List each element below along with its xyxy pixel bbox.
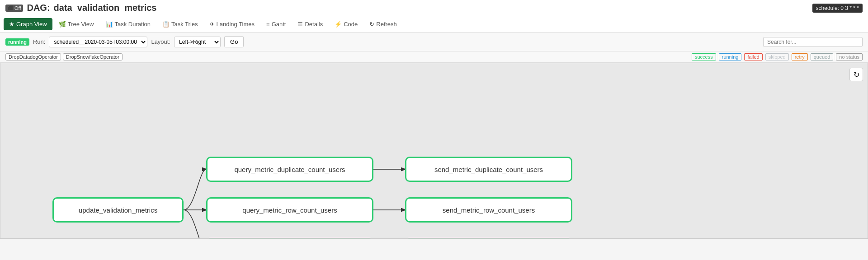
node-label: send_metric_row_count_users bbox=[443, 206, 535, 214]
node-label: send_metric_duplicate_count_users bbox=[434, 166, 543, 173]
operator-tag-0[interactable]: DropDatadogOperator bbox=[5, 53, 61, 60]
tab-code[interactable]: ⚡ Code bbox=[329, 18, 363, 30]
go-button[interactable]: Go bbox=[224, 36, 244, 47]
node-send-row-count-users[interactable]: send_metric_row_count_users bbox=[405, 197, 572, 223]
legend-failed: failed bbox=[744, 53, 762, 60]
layout-label: Layout: bbox=[151, 38, 170, 45]
operator-row: DropDatadogOperator DropSnowflakeOperato… bbox=[0, 51, 868, 63]
tab-graph-view[interactable]: ★ Graph View bbox=[4, 18, 52, 30]
bar-chart-icon: 📊 bbox=[106, 21, 113, 28]
dag-canvas: ↻ update_validation_metrics query_metric… bbox=[0, 63, 868, 239]
dag-title: data_validation_metrics bbox=[54, 3, 157, 13]
node-label: query_metric_duplicate_count_users bbox=[234, 166, 345, 173]
details-icon: ☰ bbox=[297, 21, 303, 28]
legend-retry: retry bbox=[792, 53, 808, 60]
code-icon: ⚡ bbox=[335, 21, 342, 28]
legend: success running failed skipped retry que… bbox=[692, 53, 863, 60]
dag-toggle-badge[interactable]: ⬛ Off bbox=[5, 5, 23, 12]
refresh-icon: ↻ bbox=[369, 21, 374, 28]
node-label: query_metric_row_count_users bbox=[242, 206, 337, 214]
node-label: update_validation_metrics bbox=[79, 206, 157, 214]
canvas-refresh-button[interactable]: ↻ bbox=[849, 68, 863, 81]
top-bar: ⬛ Off DAG: data_validation_metrics sched… bbox=[0, 0, 868, 16]
legend-nostatus: no status bbox=[836, 53, 863, 60]
tab-gantt[interactable]: ≡ Gantt bbox=[261, 18, 291, 30]
node-query-duplicate-count-users[interactable]: query_metric_duplicate_count_users bbox=[206, 157, 373, 182]
legend-running: running bbox=[719, 53, 742, 60]
gantt-icon: ≡ bbox=[266, 21, 270, 28]
tab-details-label: Details bbox=[305, 21, 323, 28]
landing-icon: ✈ bbox=[210, 21, 215, 28]
top-bar-left: ⬛ Off DAG: data_validation_metrics bbox=[5, 3, 156, 13]
run-label: Run: bbox=[33, 38, 45, 45]
operator-tag-1[interactable]: DropSnowflakeOperator bbox=[63, 53, 123, 60]
node-query-latency-users[interactable]: query_metric_latency_users bbox=[206, 238, 373, 239]
tab-task-tries[interactable]: 📋 Task Tries bbox=[157, 18, 203, 30]
tries-icon: 📋 bbox=[162, 21, 170, 28]
graph-view-icon: ★ bbox=[9, 21, 14, 28]
tab-graph-view-label: Graph View bbox=[16, 21, 47, 28]
tab-gantt-label: Gantt bbox=[272, 21, 286, 28]
node-send-latency-users[interactable]: send_metric_latency_users bbox=[405, 238, 572, 239]
dag-prefix: DAG: bbox=[27, 3, 50, 13]
search-input[interactable] bbox=[763, 37, 863, 47]
layout-select[interactable]: Left->Right Top->Bottom bbox=[174, 37, 221, 47]
tab-code-label: Code bbox=[344, 21, 358, 28]
running-badge: running bbox=[5, 38, 29, 46]
tab-refresh[interactable]: ↻ Refresh bbox=[364, 18, 402, 30]
operator-tags: DropDatadogOperator DropSnowflakeOperato… bbox=[5, 53, 123, 60]
tab-landing-times[interactable]: ✈ Landing Times bbox=[204, 18, 260, 30]
node-send-duplicate-count-users[interactable]: send_metric_duplicate_count_users bbox=[405, 157, 572, 182]
tab-task-duration-label: Task Duration bbox=[115, 21, 151, 28]
schedule-badge: schedule: 0 3 * * * bbox=[812, 4, 863, 13]
legend-skipped: skipped bbox=[765, 53, 789, 60]
node-update-validation-metrics[interactable]: update_validation_metrics bbox=[52, 197, 184, 223]
tab-landing-times-label: Landing Times bbox=[217, 21, 255, 28]
tab-task-duration[interactable]: 📊 Task Duration bbox=[100, 18, 156, 30]
tab-task-tries-label: Task Tries bbox=[171, 21, 198, 28]
tab-refresh-label: Refresh bbox=[376, 21, 397, 28]
node-query-row-count-users[interactable]: query_metric_row_count_users bbox=[206, 197, 373, 223]
run-select[interactable]: scheduled__2020-03-05T03:00:00 bbox=[49, 37, 147, 47]
tab-details[interactable]: ☰ Details bbox=[292, 18, 328, 30]
off-icon: ⬛ bbox=[8, 5, 13, 10]
toolbar: running Run: scheduled__2020-03-05T03:00… bbox=[0, 32, 868, 51]
tree-icon: 🌿 bbox=[59, 21, 66, 28]
legend-queued: queued bbox=[811, 53, 834, 60]
tab-tree-view-label: Tree View bbox=[68, 21, 94, 28]
tab-tree-view[interactable]: 🌿 Tree View bbox=[53, 18, 99, 30]
nav-tabs: ★ Graph View 🌿 Tree View 📊 Task Duration… bbox=[0, 16, 868, 32]
off-label: Off bbox=[14, 5, 21, 11]
legend-success: success bbox=[692, 53, 716, 60]
